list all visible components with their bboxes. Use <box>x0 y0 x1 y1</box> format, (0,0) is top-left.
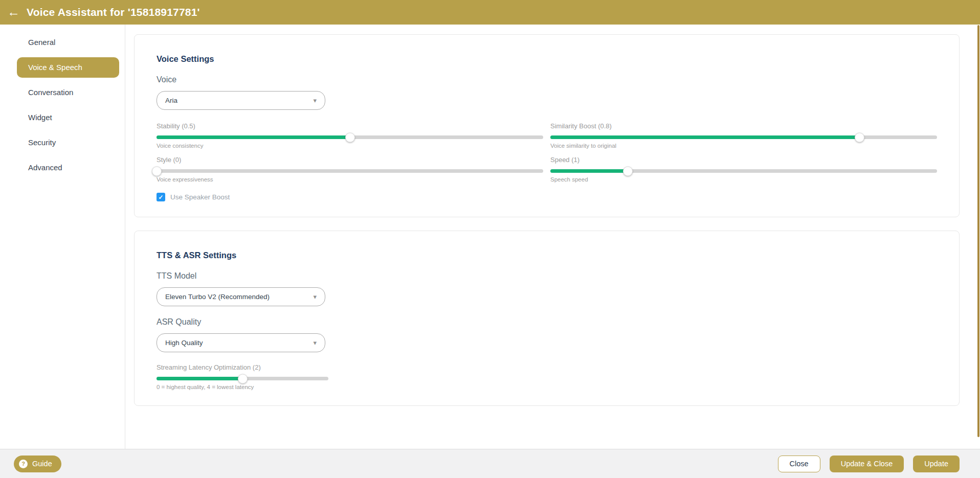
update-button[interactable]: Update <box>913 456 960 472</box>
asr-quality-select[interactable]: High Quality ▾ <box>157 333 325 352</box>
guide-button[interactable]: ? Guide <box>14 456 61 472</box>
sidebar-item-conversation[interactable]: Conversation <box>17 82 119 103</box>
sidebar-menu: General Voice & Speech Conversation Widg… <box>0 32 125 178</box>
back-arrow-icon[interactable]: ← <box>7 6 20 18</box>
stability-slider: Stability (0.5) Voice consistency <box>157 122 543 149</box>
style-slider-label: Style (0) <box>157 156 543 164</box>
tts-asr-settings-card: TTS & ASR Settings TTS Model Eleven Turb… <box>134 231 960 406</box>
speaker-boost-label: Use Speaker Boost <box>170 193 230 201</box>
speed-slider-label: Speed (1) <box>550 156 937 164</box>
stability-slider-label: Stability (0.5) <box>157 122 543 130</box>
style-slider: Style (0) Voice expressiveness <box>157 156 543 183</box>
page-title: Voice Assistant for '15818917781' <box>27 6 200 18</box>
similarity-boost-slider-caption: Voice similarity to original <box>550 143 937 149</box>
streaming-latency-slider-caption: 0 = highest quality, 4 = lowest latency <box>157 384 328 390</box>
tts-model-select-value: Eleven Turbo V2 (Recommended) <box>165 293 270 301</box>
sidebar-item-advanced[interactable]: Advanced <box>17 157 119 178</box>
tts-model-label: TTS Model <box>157 271 937 281</box>
asr-quality-select-value: High Quality <box>165 339 203 347</box>
speaker-boost-row: ✓ Use Speaker Boost <box>157 193 937 201</box>
speed-slider: Speed (1) Speech speed <box>550 156 937 183</box>
chevron-down-icon: ▾ <box>313 339 317 346</box>
update-close-button[interactable]: Update & Close <box>830 456 904 472</box>
vertical-scrollbar[interactable] <box>977 25 979 437</box>
settings-sidebar: General Voice & Speech Conversation Widg… <box>0 25 125 449</box>
help-icon: ? <box>19 460 28 468</box>
voice-assistant-settings-window: ← Voice Assistant for '15818917781' Gene… <box>0 0 980 478</box>
style-slider-caption: Voice expressiveness <box>157 176 543 183</box>
sidebar-item-general[interactable]: General <box>17 32 119 53</box>
similarity-boost-slider-fill <box>550 135 860 139</box>
style-slider-track[interactable] <box>157 169 543 173</box>
checkmark-icon: ✓ <box>158 194 163 201</box>
stability-slider-fill <box>157 135 350 139</box>
tts-asr-settings-title: TTS & ASR Settings <box>157 251 937 260</box>
streaming-latency-slider-label: Streaming Latency Optimization (2) <box>157 363 328 371</box>
style-slider-thumb[interactable] <box>152 166 162 176</box>
sidebar-item-voice-speech[interactable]: Voice & Speech <box>17 57 119 78</box>
speed-slider-track[interactable] <box>550 169 937 173</box>
guide-button-label: Guide <box>32 460 52 468</box>
asr-quality-label: ASR Quality <box>157 317 937 327</box>
voice-select-value: Aria <box>165 97 177 104</box>
speed-slider-thumb[interactable] <box>623 166 633 176</box>
voice-sliders-grid: Stability (0.5) Voice consistency Simila… <box>157 122 937 183</box>
close-button[interactable]: Close <box>778 456 820 472</box>
speaker-boost-checkbox[interactable]: ✓ <box>157 193 165 201</box>
similarity-boost-slider-track[interactable] <box>550 135 937 139</box>
chevron-down-icon: ▾ <box>313 293 317 300</box>
settings-content: Voice Settings Voice Aria ▾ Stability (0… <box>125 25 980 449</box>
similarity-boost-slider-label: Similarity Boost (0.8) <box>550 122 937 130</box>
voice-settings-card: Voice Settings Voice Aria ▾ Stability (0… <box>134 34 960 217</box>
tts-model-select[interactable]: Eleven Turbo V2 (Recommended) ▾ <box>157 287 325 306</box>
voice-settings-title: Voice Settings <box>157 54 937 64</box>
header-bar: ← Voice Assistant for '15818917781' <box>0 0 980 25</box>
chevron-down-icon: ▾ <box>313 97 317 104</box>
streaming-latency-slider-track[interactable] <box>157 377 328 380</box>
speed-slider-caption: Speech speed <box>550 176 937 183</box>
similarity-boost-slider: Similarity Boost (0.8) Voice similarity … <box>550 122 937 149</box>
speed-slider-fill <box>550 169 628 173</box>
sidebar-item-widget[interactable]: Widget <box>17 107 119 128</box>
similarity-boost-slider-thumb[interactable] <box>855 132 864 142</box>
voice-field-label: Voice <box>157 75 937 84</box>
streaming-latency-slider: Streaming Latency Optimization (2) 0 = h… <box>157 363 328 390</box>
streaming-latency-slider-fill <box>157 377 242 380</box>
app-body: General Voice & Speech Conversation Widg… <box>0 25 980 449</box>
stability-slider-thumb[interactable] <box>345 132 355 142</box>
streaming-latency-slider-thumb[interactable] <box>238 374 248 383</box>
stability-slider-caption: Voice consistency <box>157 143 543 149</box>
sidebar-item-security[interactable]: Security <box>17 132 119 153</box>
voice-select[interactable]: Aria ▾ <box>157 91 325 110</box>
stability-slider-track[interactable] <box>157 135 543 139</box>
footer-bar: ? Guide Close Update & Close Update <box>0 449 980 478</box>
